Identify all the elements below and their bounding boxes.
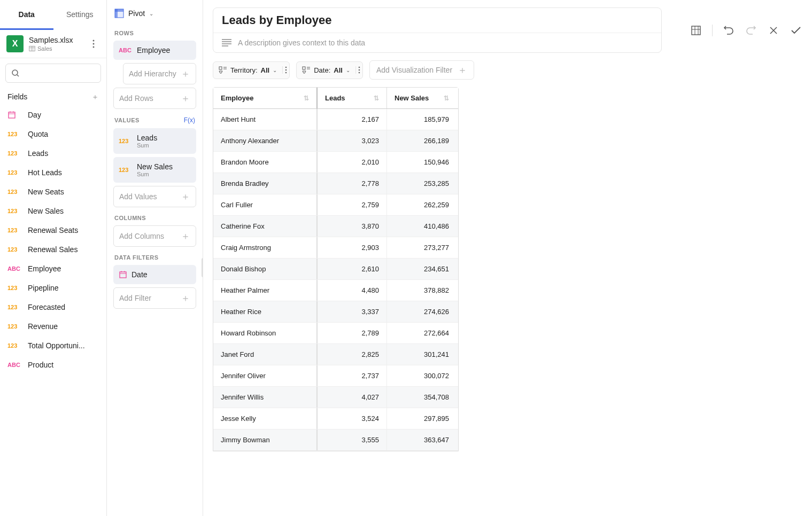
sort-icon[interactable]: ⇅ bbox=[374, 95, 379, 102]
cell-employee: Brandon Moore bbox=[213, 152, 318, 173]
col-header-newsales[interactable]: New Sales ⇅ bbox=[387, 88, 457, 108]
date-menu[interactable] bbox=[355, 66, 362, 74]
field-item[interactable]: 123Revenue bbox=[0, 317, 106, 336]
add-values-label: Add Values bbox=[119, 192, 157, 201]
file-row[interactable]: X Samples.xlsx Sales bbox=[0, 30, 106, 58]
territory-filter[interactable]: Territory: All ⌄ bbox=[213, 61, 290, 79]
cell-newsales: 273,277 bbox=[387, 237, 457, 258]
field-item[interactable]: 123Hot Leads bbox=[0, 163, 106, 182]
field-label: New Sales bbox=[28, 207, 64, 215]
field-item[interactable]: 123Forecasted bbox=[0, 298, 106, 317]
add-rows-zone[interactable]: Add Rows ＋ bbox=[113, 88, 196, 109]
calendar-icon bbox=[7, 111, 16, 119]
field-label: Employee bbox=[28, 264, 61, 273]
table-row[interactable]: Janet Ford2,825301,241 bbox=[213, 344, 458, 365]
add-columns-label: Add Columns bbox=[119, 232, 164, 240]
undo-button[interactable] bbox=[722, 24, 735, 37]
add-field-button[interactable]: ＋ bbox=[91, 93, 99, 100]
field-item[interactable]: Day bbox=[0, 105, 106, 124]
redo-button[interactable] bbox=[745, 24, 757, 37]
svg-point-40 bbox=[359, 69, 360, 71]
value-chip[interactable]: 123New SalesSum bbox=[113, 157, 196, 183]
value-chip-agg: Sum bbox=[137, 171, 173, 177]
pivot-selector[interactable]: Pivot ⌄ bbox=[113, 5, 196, 26]
territory-label: Territory: bbox=[230, 66, 258, 74]
table-row[interactable]: Craig Armstrong2,903273,277 bbox=[213, 237, 458, 259]
viz-description[interactable]: A description gives context to this data bbox=[213, 33, 661, 52]
filter-chip-date[interactable]: Date bbox=[113, 265, 196, 284]
search-icon bbox=[11, 69, 20, 77]
field-item[interactable]: ABCProduct bbox=[0, 355, 106, 374]
field-item[interactable]: 123Pipepline bbox=[0, 278, 106, 298]
table-row[interactable]: Jimmy Bowman3,555363,647 bbox=[213, 429, 458, 451]
table-row[interactable]: Anthony Alexander3,023266,189 bbox=[213, 130, 458, 152]
territory-menu[interactable] bbox=[282, 66, 289, 74]
svg-point-39 bbox=[359, 67, 360, 68]
table-row[interactable]: Brenda Bradley2,778253,285 bbox=[213, 173, 458, 194]
value-chip-label: Leads bbox=[137, 134, 157, 142]
table-row[interactable]: Heather Palmer4,480378,882 bbox=[213, 280, 458, 301]
table-row[interactable]: Jesse Kelly3,524297,895 bbox=[213, 408, 458, 429]
filter-row: Territory: All ⌄ Date: All ⌄ bbox=[213, 53, 802, 87]
add-hierarchy-zone[interactable]: Add Hierarchy ＋ bbox=[123, 63, 196, 84]
table-row[interactable]: Jennifer Willis4,027354,708 bbox=[213, 387, 458, 408]
excel-icon: X bbox=[6, 35, 24, 52]
row-chip-employee[interactable]: ABC Employee bbox=[113, 41, 196, 60]
field-item[interactable]: 123Renewal Seats bbox=[0, 221, 106, 240]
tab-settings[interactable]: Settings bbox=[53, 0, 107, 30]
cell-employee: Brenda Bradley bbox=[213, 173, 318, 194]
field-item[interactable]: 123Quota bbox=[0, 124, 106, 144]
file-meta: Samples.xlsx Sales bbox=[29, 36, 82, 52]
cell-leads: 2,825 bbox=[318, 344, 387, 365]
field-item[interactable]: ABCEmployee bbox=[0, 259, 106, 278]
table-row[interactable]: Howard Robinson2,789272,664 bbox=[213, 323, 458, 344]
cell-employee: Jimmy Bowman bbox=[213, 429, 318, 450]
table-row[interactable]: Donald Bishop2,610234,651 bbox=[213, 259, 458, 280]
table-row[interactable]: Carl Fuller2,759262,259 bbox=[213, 194, 458, 216]
cell-leads: 2,903 bbox=[318, 237, 387, 258]
col-header-employee[interactable]: Employee ⇅ bbox=[213, 88, 318, 108]
close-button[interactable] bbox=[767, 24, 780, 37]
table-row[interactable]: Albert Hunt2,167185,979 bbox=[213, 109, 458, 130]
filter-icon bbox=[302, 66, 311, 74]
value-chip-label: New Sales bbox=[137, 162, 173, 171]
field-item[interactable]: 123New Seats bbox=[0, 182, 106, 201]
tab-data[interactable]: Data bbox=[0, 0, 53, 30]
field-item[interactable]: 123Leads bbox=[0, 144, 106, 163]
field-item[interactable]: 123Renewal Sales bbox=[0, 240, 106, 259]
pivot-label: Pivot bbox=[128, 9, 145, 18]
add-values-zone[interactable]: Add Values ＋ bbox=[113, 186, 196, 207]
col-header-leads[interactable]: Leads ⇅ bbox=[318, 88, 387, 108]
number-badge: 123 bbox=[7, 227, 21, 233]
fx-button[interactable]: F(x) bbox=[184, 116, 195, 124]
grid-view-button[interactable] bbox=[690, 24, 702, 37]
add-filter-zone[interactable]: Add Filter ＋ bbox=[113, 287, 196, 309]
add-columns-zone[interactable]: Add Columns ＋ bbox=[113, 225, 196, 247]
table-row[interactable]: Brandon Moore2,010150,946 bbox=[213, 152, 458, 173]
table-row[interactable]: Heather Rice3,337274,626 bbox=[213, 301, 458, 323]
cell-leads: 3,555 bbox=[318, 429, 387, 450]
sort-icon[interactable]: ⇅ bbox=[304, 95, 309, 102]
left-panel: Data Settings X Samples.xlsx Sales Field… bbox=[0, 0, 107, 516]
fields-header: Fields ＋ bbox=[0, 88, 106, 105]
add-viz-filter[interactable]: Add Visualization Filter ＋ bbox=[369, 60, 474, 80]
number-badge: 123 bbox=[7, 342, 21, 349]
field-item[interactable]: 123New Sales bbox=[0, 201, 106, 221]
cell-newsales: 253,285 bbox=[387, 173, 457, 194]
table-row[interactable]: Jennifer Oliver2,737300,072 bbox=[213, 365, 458, 387]
cell-leads: 3,023 bbox=[318, 130, 387, 151]
field-label: Product bbox=[28, 361, 53, 369]
svg-rect-30 bbox=[219, 67, 222, 69]
cell-employee: Craig Armstrong bbox=[213, 237, 318, 258]
confirm-button[interactable] bbox=[790, 24, 802, 37]
table-row[interactable]: Catherine Fox3,870410,486 bbox=[213, 216, 458, 237]
search-input[interactable] bbox=[5, 64, 101, 83]
date-filter[interactable]: Date: All ⌄ bbox=[296, 61, 363, 79]
add-filter-label: Add Filter bbox=[119, 294, 151, 302]
calendar-icon bbox=[119, 270, 127, 279]
field-item[interactable]: 123Total Opportuni... bbox=[0, 336, 106, 355]
file-more-button[interactable] bbox=[87, 37, 100, 50]
value-chip[interactable]: 123LeadsSum bbox=[113, 128, 196, 154]
viz-title[interactable]: Leads by Employee bbox=[213, 8, 661, 33]
sort-icon[interactable]: ⇅ bbox=[444, 95, 449, 102]
